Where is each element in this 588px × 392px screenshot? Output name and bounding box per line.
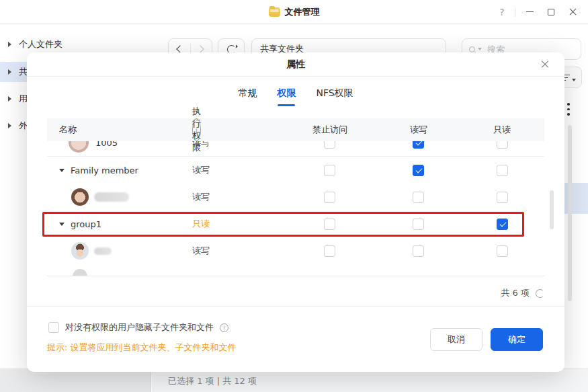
- user-avatar: [71, 188, 89, 206]
- table-footer: 共 6 项: [47, 281, 544, 305]
- app-folder-icon: [269, 7, 280, 17]
- minimize-icon: [526, 11, 534, 12]
- table-header-row: 名称 执行权限 禁止访问 读写 只读: [47, 118, 544, 141]
- sort-dropdown-icon: [572, 79, 576, 81]
- row-name: 1005: [95, 141, 118, 148]
- table-scrollbar[interactable]: [550, 190, 554, 229]
- sidebar-item-label: 个人文件夹: [19, 38, 62, 50]
- row-exec-permission: 读写: [192, 237, 210, 264]
- checkbox-readwrite[interactable]: [413, 219, 424, 230]
- collapse-arrow-icon[interactable]: [59, 169, 65, 172]
- search-icon: [469, 46, 475, 52]
- hide-from-unauthorized-option: 对没有权限的用户隐藏子文件夹和文件: [48, 321, 228, 334]
- user-avatar: [73, 269, 87, 276]
- refresh-list-icon[interactable]: [536, 289, 544, 298]
- status-bar: 已选择 1 项 | 共 12 项: [0, 368, 588, 392]
- apply-scope-hint: 提示: 设置将应用到当前文件夹、子文件夹和文件: [47, 342, 237, 354]
- row-exec-permission: 读写: [192, 141, 210, 156]
- checkbox-readwrite[interactable]: [413, 192, 424, 203]
- checkbox-deny[interactable]: [324, 165, 335, 176]
- table-row-member[interactable]: 读写: [47, 184, 544, 210]
- confirm-button[interactable]: 确定: [491, 328, 543, 351]
- info-icon[interactable]: [192, 118, 201, 141]
- checkbox-readonly[interactable]: [497, 245, 508, 257]
- row-exec-permission: 读写: [192, 184, 210, 210]
- properties-dialog: 属性 常规 权限 NFS权限 名称 执行权限 禁止访问 读写 只读 1005 读…: [27, 52, 564, 372]
- table-row[interactable]: 1005 读写: [47, 141, 544, 156]
- background-scrollbar[interactable]: [568, 125, 572, 301]
- sidebar-item-personal-folder[interactable]: 个人文件夹: [0, 34, 151, 54]
- user-avatar: [71, 242, 89, 260]
- hide-option-checkbox[interactable]: [48, 322, 59, 333]
- app-title: 文件管理: [285, 6, 320, 18]
- table-row-clipped: 1005 读写: [47, 141, 544, 156]
- column-header-readwrite: 读写: [410, 118, 427, 141]
- expand-arrow-icon: [8, 123, 11, 128]
- tab-permissions[interactable]: 权限: [277, 87, 296, 101]
- collapse-arrow-icon[interactable]: [59, 223, 65, 226]
- info-icon[interactable]: [220, 323, 228, 332]
- checkbox-readwrite[interactable]: [413, 141, 424, 149]
- tab-nfs-permissions[interactable]: NFS权限: [316, 87, 353, 101]
- checkbox-readonly[interactable]: [497, 219, 508, 230]
- expand-arrow-icon: [8, 96, 11, 102]
- table-row-family-member[interactable]: Family member 读写: [47, 157, 544, 184]
- column-header-deny: 禁止访问: [312, 118, 347, 141]
- selection-status-text: 已选择 1 项 | 共 12 项: [168, 375, 257, 387]
- checkbox-deny[interactable]: [324, 245, 335, 257]
- status-bar-sidebar-section: [0, 369, 151, 392]
- help-icon[interactable]: ?: [496, 7, 508, 17]
- user-avatar: [69, 141, 89, 153]
- column-header-name: 名称: [59, 118, 77, 141]
- checkbox-readwrite[interactable]: [413, 245, 424, 257]
- checkbox-deny[interactable]: [324, 192, 335, 203]
- forward-icon: [196, 45, 204, 52]
- cancel-button[interactable]: 取消: [430, 328, 482, 351]
- window-titlebar: 文件管理 ?: [0, 0, 588, 24]
- checkbox-readonly[interactable]: [497, 192, 508, 203]
- hide-option-label: 对没有权限的用户隐藏子文件夹和文件: [65, 321, 214, 334]
- status-bar-content-section: 已选择 1 项 | 共 12 项: [152, 369, 588, 392]
- minimize-button[interactable]: [522, 5, 537, 19]
- row-exec-permission: 读写: [192, 157, 210, 184]
- checkbox-readonly[interactable]: [497, 165, 508, 176]
- checkbox-readonly[interactable]: [497, 141, 508, 149]
- checkbox-deny[interactable]: [324, 219, 335, 230]
- tab-general[interactable]: 常规: [238, 87, 257, 101]
- maximize-icon: [548, 9, 554, 15]
- titlebar-divider: [515, 7, 515, 17]
- expand-arrow-icon: [8, 69, 11, 75]
- item-count-text: 共 6 项: [501, 287, 530, 299]
- footer-divider: [27, 306, 564, 307]
- redacted-name: [94, 192, 129, 202]
- dialog-close-icon[interactable]: [539, 58, 551, 71]
- checkbox-readwrite[interactable]: [413, 165, 424, 176]
- checkbox-deny[interactable]: [324, 141, 335, 149]
- close-window-button[interactable]: [565, 5, 580, 19]
- back-icon: [177, 45, 184, 52]
- maximize-button[interactable]: [544, 5, 558, 19]
- dialog-tabs: 常规 权限 NFS权限: [27, 82, 564, 106]
- column-header-readonly: 只读: [493, 118, 511, 141]
- close-icon: [569, 8, 577, 15]
- row-name: Family member: [71, 165, 138, 175]
- table-row-partial: [47, 264, 544, 276]
- search-dropdown-icon[interactable]: [478, 48, 482, 50]
- row-exec-permission: 只读: [192, 210, 210, 237]
- expand-arrow-icon: [8, 42, 11, 47]
- dialog-title: 属性: [27, 52, 564, 77]
- more-options-icon[interactable]: [567, 103, 570, 116]
- table-row-group1[interactable]: group1 只读: [47, 210, 544, 237]
- permissions-table: 名称 执行权限 禁止访问 读写 只读 1005 读写: [47, 118, 544, 276]
- table-bottom-divider: [47, 276, 544, 276]
- table-row-member[interactable]: 读写: [47, 237, 544, 264]
- row-name: group1: [71, 219, 101, 229]
- redacted-name: [94, 247, 112, 255]
